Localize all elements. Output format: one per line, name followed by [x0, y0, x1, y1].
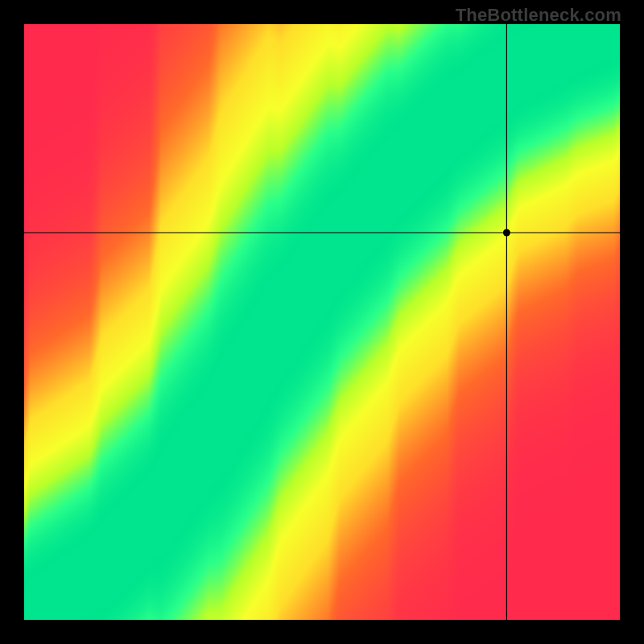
figure-container: TheBottleneck.com	[0, 0, 644, 644]
watermark-text: TheBottleneck.com	[456, 5, 621, 26]
heatmap-canvas	[24, 24, 620, 620]
heatmap-plot	[24, 24, 620, 620]
